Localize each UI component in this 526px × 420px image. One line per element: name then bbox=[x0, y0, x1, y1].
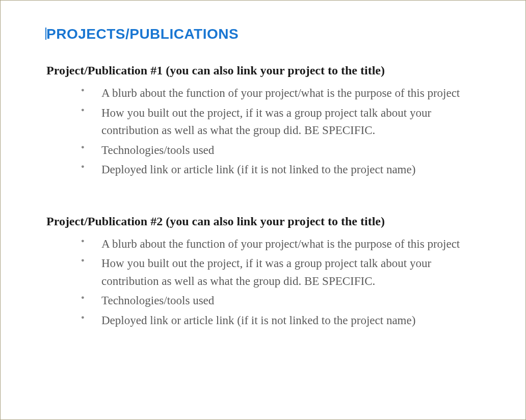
project-block-2: Project/Publication #2 (you can also lin… bbox=[46, 215, 490, 330]
project-title-sub: (you can also link your project to the t… bbox=[163, 64, 385, 77]
project-title-2[interactable]: Project/Publication #2 (you can also lin… bbox=[46, 215, 490, 228]
project-title-sub: (you can also link your project to the t… bbox=[163, 215, 385, 228]
project-bullets-1: A blurb about the function of your proje… bbox=[46, 85, 490, 179]
project-block-1: Project/Publication #1 (you can also lin… bbox=[46, 64, 490, 179]
text-cursor-icon bbox=[45, 28, 46, 40]
project-title-main: Project/Publication #2 bbox=[46, 215, 163, 228]
list-item: Technologies/tools used bbox=[46, 142, 490, 160]
list-item: A blurb about the function of your proje… bbox=[46, 85, 490, 102]
project-bullets-2: A blurb about the function of your proje… bbox=[46, 235, 490, 330]
list-item: Deployed link or article link (if it is … bbox=[46, 161, 490, 179]
section-heading-text: PROJECTS/PUBLICATIONS bbox=[46, 26, 239, 42]
project-title-main: Project/Publication #1 bbox=[46, 64, 163, 77]
list-item: A blurb about the function of your proje… bbox=[46, 235, 490, 253]
list-item: Deployed link or article link (if it is … bbox=[46, 312, 490, 330]
project-title-1[interactable]: Project/Publication #1 (you can also lin… bbox=[46, 64, 490, 77]
list-item: How you built out the project, if it was… bbox=[46, 104, 490, 140]
list-item: Technologies/tools used bbox=[46, 292, 490, 310]
section-heading: PROJECTS/PUBLICATIONS bbox=[46, 26, 490, 42]
list-item: How you built out the project, if it was… bbox=[46, 255, 490, 290]
